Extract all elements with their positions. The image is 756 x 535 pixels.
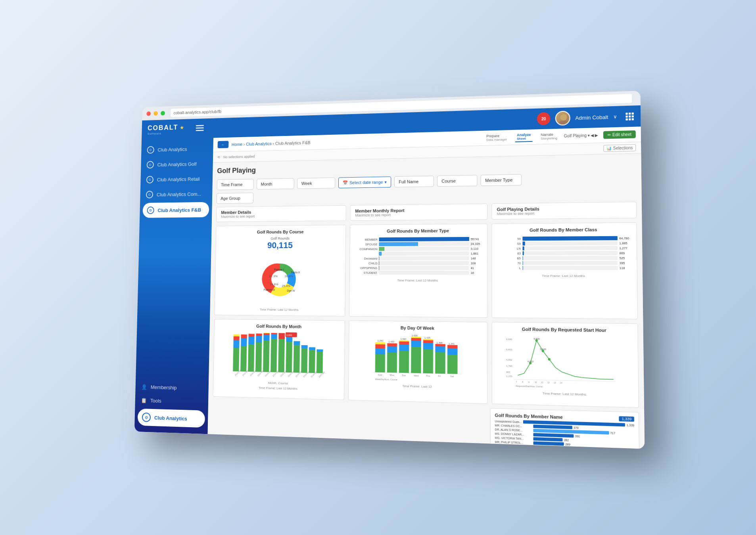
bar-track-deceased [379,256,469,260]
bar-fill-spouse [379,242,418,246]
class-val-59: 64,780 [619,236,632,240]
class-track-59 [522,236,618,241]
svg-rect-78 [411,337,421,338]
member-name-panel: Golf Rounds By Member Name 1,339 Unregis… [490,408,640,449]
user-dropdown-icon[interactable]: ∨ [613,114,617,120]
sidebar-membership[interactable]: 👤 Membership [135,380,209,396]
svg-point-3 [560,114,567,121]
report-card-golf-playing[interactable]: Golf Playing Details Maximize to see rep… [491,202,637,220]
svg-rect-85 [435,352,445,374]
bar-track-companion [379,246,469,251]
filter-age-group[interactable]: Age Group [217,193,254,204]
sidebar: ⊙ Club Analytics ⊙ Club Analytics Golf ⊙… [134,138,213,434]
class-bar-l: L 118 [496,266,633,270]
svg-rect-89 [447,355,458,374]
svg-rect-45 [309,347,315,350]
bar-val-offspring: 41 [471,266,483,269]
sidebar-item-fb[interactable]: ⊙ Club Analytics F&B [142,202,209,218]
bar-fill-companion [379,247,384,251]
member-class-timeframe: Time Frame: Last 12 Months [496,274,633,278]
sheet-dropdown[interactable]: Golf Playing ▾ ◀ ▶ [564,133,598,138]
month-chart-timeframe: Time Frame: Last 12 Months [217,385,340,392]
svg-rect-62 [375,348,385,355]
bar-label-student: STUDENT [354,271,377,274]
sidebar-tools[interactable]: 📋 Tools [135,394,208,409]
report-card-monthly[interactable]: Member Monthly Report Maximize to see re… [350,204,487,221]
donut-value: 90,115 [267,240,293,250]
svg-rect-90 [447,348,458,355]
notification-badge[interactable]: 20 [537,112,551,125]
svg-rect-14 [233,348,239,371]
bar-track-other1 [379,251,469,256]
svg-rect-77 [411,338,421,341]
class-label-l: L [496,266,521,269]
sidebar-item-retail[interactable]: ⊙ Club Analytics Retail [140,171,213,187]
svg-text:1,793: 1,793 [506,365,512,367]
svg-rect-31 [271,339,277,373]
class-val-70: 395 [620,261,633,265]
chrome-close[interactable] [146,111,151,116]
chrome-maximize[interactable] [161,111,165,115]
svg-text:1,629: 1,629 [412,334,418,337]
tab-narrate[interactable]: Narrate Storytelling [539,132,559,141]
breadcrumb: Home › Club Analytics › Club Analytics F… [232,140,311,146]
class-val-ln: 1,277 [619,246,632,250]
filter-member-type[interactable]: Member Type [481,174,522,186]
sidebar-item-golf[interactable]: ⊙ Club Analytics Golf [141,156,213,172]
svg-text:9: 9 [528,381,530,383]
svg-rect-16 [234,336,240,340]
svg-text:Palmer I: Palmer I [274,268,284,271]
filter-full-name[interactable]: Full Name [394,176,434,187]
svg-text:1,250: 1,250 [378,340,384,342]
bar-label-deceased: Deceased [354,257,377,260]
bar-label-offspring: OFFSPRING [354,266,377,270]
svg-rect-25 [256,336,262,342]
bar-label-spouse: SPOUSE [354,243,378,246]
member-bar-4 [533,437,562,441]
nav-icon-club-analytics: ⊙ [147,146,154,154]
report-card-sub-1: Maximize to see report [355,212,482,217]
current-page: Club Analytics F&B [275,140,311,145]
nav-icon-fb: ⊙ [147,206,154,214]
filter-time-frame[interactable]: Time Frame [217,179,253,190]
svg-rect-41 [294,341,300,345]
class-track-63 [522,251,618,255]
bar-fill-other1 [379,252,382,256]
svg-rect-40 [294,341,300,373]
chrome-minimize[interactable] [154,111,158,116]
club-analytics-link[interactable]: Club Analytics [246,141,272,146]
grid-apps-icon[interactable] [626,112,634,120]
member-name-bars: Unregistered Gues... 1,339 MR. CHARLES D… [495,419,635,449]
filter-week[interactable]: Week [297,178,335,189]
sidebar-item-com[interactable]: ⊙ Club Analytics Com... [140,186,212,203]
sidebar-club-analytics-active[interactable]: ⊙ Club Analytics [138,409,205,428]
back-button[interactable]: ← [217,141,228,148]
class-bar-b5: B5 525 [496,256,633,260]
tab-prepare[interactable]: Prepare Data manager [485,133,508,143]
member-name-title: Golf Rounds By Member Name [495,413,563,419]
svg-text:5,845: 5,845 [540,348,546,351]
svg-text:Sat: Sat [450,375,454,378]
svg-text:4,832: 4,832 [506,359,512,361]
member-bar-6 [533,445,543,449]
edit-sheet-button[interactable]: ✏ Edit sheet [603,130,636,139]
class-label-ln: LN [496,246,520,250]
svg-text:9,830: 9,830 [533,338,540,340]
svg-rect-73 [399,340,409,341]
svg-point-4 [558,120,568,126]
filter-month[interactable]: Month [257,178,294,190]
class-val-b5: 525 [620,256,633,260]
svg-rect-66 [387,352,397,373]
filter-date-range[interactable]: 📅 Select date range ▾ [338,176,391,188]
svg-text:4,609: 4,609 [286,334,292,336]
svg-text:4,832: 4,832 [527,360,533,363]
hamburger-icon[interactable] [196,124,204,133]
selections-button[interactable]: 📊 Selections [603,144,636,152]
sidebar-item-club-analytics[interactable]: ⊙ Club Analytics [141,141,213,157]
filter-course[interactable]: Course [437,175,478,187]
report-card-member-details[interactable]: Member Details Maximize to see report [216,205,346,222]
tab-analyze[interactable]: Analyze Sheet [515,132,533,142]
main-content: ← Home › Club Analytics › Club Analytics… [207,126,645,449]
day-timeframe: Time Frame: Last 12 [353,383,483,390]
home-link[interactable]: Home [232,142,242,147]
